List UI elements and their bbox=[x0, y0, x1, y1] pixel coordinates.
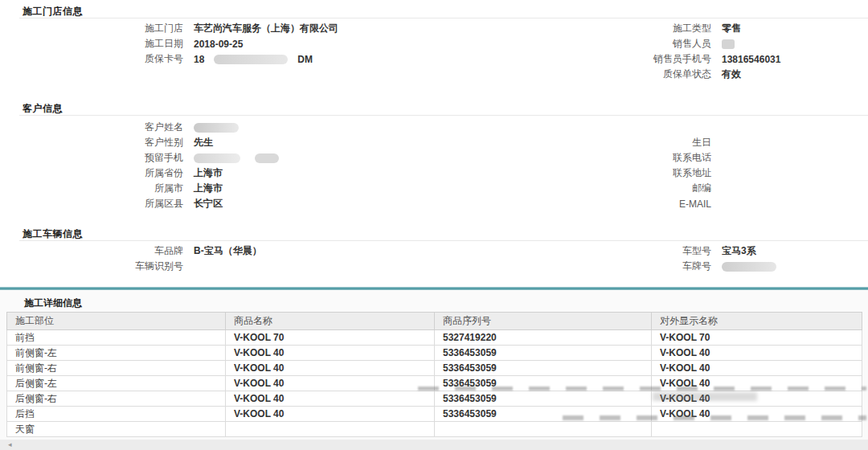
store-left-fields: 施工门店 车艺尚汽车服务（上海）有限公司 施工日期 2018-09-25 质保卡… bbox=[23, 21, 338, 67]
cell-display-name: V-KOOL 40 bbox=[652, 407, 862, 422]
warranty-card-suffix: DM bbox=[297, 54, 313, 65]
cell-serial: 5336453059 bbox=[435, 376, 652, 391]
cell-display-name bbox=[652, 422, 862, 437]
cell-product: V-KOOL 40 bbox=[226, 376, 435, 391]
divider bbox=[19, 18, 868, 18]
field-value bbox=[722, 39, 735, 49]
cell-part: 后挡 bbox=[7, 407, 226, 422]
field-label: 车牌号 bbox=[514, 260, 711, 273]
table-row: 后挡 V-KOOL 40 5336453059 V-KOOL 40 bbox=[7, 407, 862, 422]
col-header-serial: 商品序列号 bbox=[435, 313, 652, 330]
customer-left-fields: 客户姓名 客户性别 先生 预留手机 所属省份 上海市 所属市 上海市 所属区县 … bbox=[23, 120, 279, 211]
table-row: 天窗 bbox=[7, 422, 862, 437]
field-value: 13816546031 bbox=[722, 54, 780, 65]
section-title-details: 施工详细信息 bbox=[24, 297, 82, 310]
cell-product: V-KOOL 40 bbox=[226, 391, 435, 407]
col-header-part: 施工部位 bbox=[7, 313, 226, 330]
field-label: 车型号 bbox=[514, 244, 711, 258]
field-value: 有效 bbox=[722, 68, 741, 81]
field-value bbox=[722, 262, 776, 272]
col-header-display-name: 对外显示名称 bbox=[652, 313, 862, 330]
field-label: 所属区县 bbox=[23, 197, 183, 211]
field-label: 客户姓名 bbox=[23, 121, 183, 134]
cell-part: 前侧窗-右 bbox=[7, 361, 226, 376]
field-label: 所属市 bbox=[23, 182, 183, 195]
field-row-contact-phone: 联系电话 bbox=[514, 150, 852, 166]
field-row-salesperson: 销售人员 bbox=[514, 36, 852, 51]
section-title-customer: 客户信息 bbox=[23, 102, 63, 116]
field-value: 宝马3系 bbox=[722, 244, 756, 258]
field-value bbox=[194, 123, 239, 133]
col-header-product: 商品名称 bbox=[226, 313, 435, 330]
cell-product: V-KOOL 70 bbox=[226, 330, 435, 346]
section-title-store: 施工门店信息 bbox=[23, 5, 83, 18]
details-panel: 施工详细信息 施工部位 商品名称 商品序列号 对外显示名称 前挡 V-KOOL … bbox=[0, 287, 868, 450]
field-row-vin: 车辆识别号 bbox=[23, 259, 262, 274]
cell-part: 天窗 bbox=[7, 422, 226, 437]
field-row-store-name: 施工门店 车艺尚汽车服务（上海）有限公司 bbox=[23, 21, 338, 36]
field-row-customer-name: 客户姓名 bbox=[23, 120, 279, 135]
cell-display-name: V-KOOL 40 bbox=[652, 376, 862, 391]
field-row-gender: 客户性别 先生 bbox=[23, 135, 279, 150]
table-row: 前侧窗-左 V-KOOL 40 5336453059 V-KOOL 40 bbox=[7, 346, 862, 361]
divider bbox=[19, 240, 868, 241]
cell-part: 前侧窗-左 bbox=[7, 346, 226, 361]
table-header-row: 施工部位 商品名称 商品序列号 对外显示名称 bbox=[7, 313, 862, 330]
field-row-birthday: 生日 bbox=[514, 135, 852, 150]
field-label: 客户性别 bbox=[23, 136, 183, 149]
cell-serial: 5336453059 bbox=[435, 407, 652, 422]
horizontal-scrollbar[interactable]: ◂ bbox=[0, 440, 868, 450]
field-label: 施工门店 bbox=[23, 22, 183, 35]
table-row: 前侧窗-右 V-KOOL 40 5336453059 V-KOOL 40 bbox=[7, 361, 862, 376]
field-row-warranty-status: 质保单状态 有效 bbox=[514, 67, 852, 82]
cell-serial: 5336453059 bbox=[435, 361, 652, 376]
field-label: 联系地址 bbox=[514, 166, 711, 180]
work-order-page: 施工门店信息 施工门店 车艺尚汽车服务（上海）有限公司 施工日期 2018-09… bbox=[0, 0, 868, 450]
cell-product bbox=[226, 422, 435, 437]
redacted-value bbox=[722, 262, 776, 272]
field-row-city: 所属市 上海市 bbox=[23, 181, 279, 196]
field-row-district: 所属区县 长宁区 bbox=[23, 196, 279, 211]
redacted-value bbox=[722, 39, 735, 49]
field-label: 质保卡号 bbox=[23, 52, 183, 66]
field-label: 生日 bbox=[514, 136, 711, 149]
field-row-province: 所属省份 上海市 bbox=[23, 166, 279, 181]
customer-right-fields: 生日 联系电话 联系地址 邮编 E-MAIL bbox=[514, 135, 852, 211]
cell-display-name: V-KOOL 40 bbox=[652, 391, 862, 407]
vehicle-left-fields: 车品牌 B-宝马（华晨） 车辆识别号 bbox=[23, 243, 262, 274]
field-label: 联系电话 bbox=[514, 151, 711, 165]
field-row-address: 联系地址 bbox=[514, 166, 852, 181]
field-value: 18DM bbox=[194, 54, 313, 65]
field-label: 预留手机 bbox=[23, 151, 183, 165]
field-value: B-宝马（华晨） bbox=[194, 244, 262, 258]
field-row-warranty-card: 质保卡号 18DM bbox=[23, 51, 338, 67]
field-label: 施工日期 bbox=[23, 37, 183, 51]
redacted-value bbox=[214, 55, 288, 64]
section-title-vehicle: 施工车辆信息 bbox=[23, 227, 83, 241]
cell-display-name: V-KOOL 40 bbox=[652, 361, 862, 376]
divider bbox=[19, 115, 868, 116]
field-label: 质保单状态 bbox=[514, 68, 711, 81]
cell-serial: 5336453059 bbox=[435, 346, 652, 361]
cell-serial bbox=[435, 422, 652, 437]
field-row-sales-phone: 销售员手机号 13816546031 bbox=[514, 51, 852, 67]
field-row-zip: 邮编 bbox=[514, 181, 852, 196]
field-value: 上海市 bbox=[194, 166, 223, 180]
details-table: 施工部位 商品名称 商品序列号 对外显示名称 前挡 V-KOOL 70 5327… bbox=[6, 312, 862, 437]
cell-display-name: V-KOOL 40 bbox=[652, 346, 862, 361]
redacted-value bbox=[194, 123, 239, 133]
cell-product: V-KOOL 40 bbox=[226, 346, 435, 361]
redacted-value bbox=[255, 153, 279, 163]
vehicle-right-fields: 车型号 宝马3系 车牌号 bbox=[514, 243, 852, 274]
cell-product: V-KOOL 40 bbox=[226, 407, 435, 422]
scroll-left-arrow-icon[interactable]: ◂ bbox=[8, 440, 12, 449]
redacted-value bbox=[194, 153, 240, 163]
field-row-phone: 预留手机 bbox=[23, 150, 279, 166]
field-label: 施工类型 bbox=[514, 22, 711, 35]
field-value: 上海市 bbox=[194, 182, 223, 195]
warranty-card-prefix: 18 bbox=[194, 54, 204, 65]
field-label: E-MAIL bbox=[514, 198, 711, 210]
field-row-model: 车型号 宝马3系 bbox=[514, 243, 852, 259]
field-row-date: 施工日期 2018-09-25 bbox=[23, 36, 338, 51]
field-row-email: E-MAIL bbox=[514, 196, 852, 211]
